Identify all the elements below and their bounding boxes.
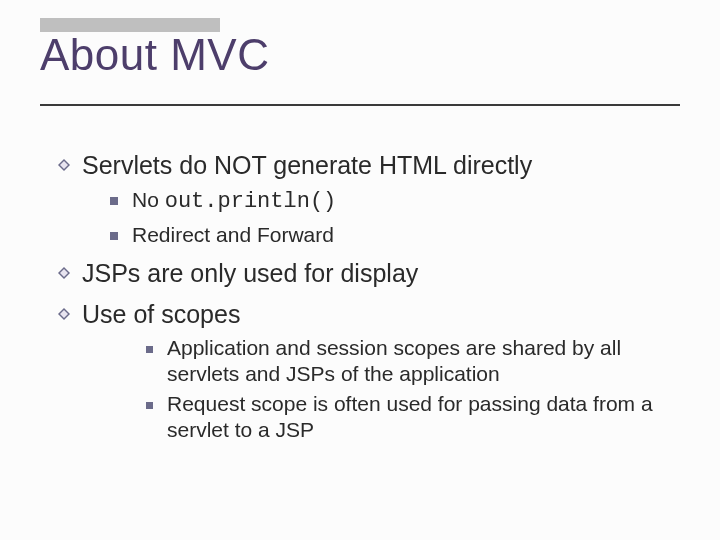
diamond-bullet-icon: [58, 267, 70, 279]
bullet-level2: Application and session scopes are share…: [146, 335, 678, 388]
bullet-level2: No out.println(): [110, 187, 678, 216]
bullet-level1: JSPs are only used for display: [58, 258, 678, 289]
title-underline: [40, 104, 680, 106]
square-bullet-icon: [110, 232, 118, 240]
bullet-level1: Servlets do NOT generate HTML directly: [58, 150, 678, 181]
slide-body: Servlets do NOT generate HTML directly N…: [58, 140, 678, 446]
bullet-text: Application and session scopes are share…: [167, 335, 678, 388]
code-span: out.println(): [165, 189, 337, 214]
bullet-level2: Redirect and Forward: [110, 222, 678, 248]
bullet-text: Redirect and Forward: [132, 222, 678, 248]
bullet-text-pre: No: [132, 188, 165, 211]
diamond-bullet-icon: [58, 159, 70, 171]
bullet-level2: Request scope is often used for passing …: [146, 391, 678, 444]
bullet-text: JSPs are only used for display: [82, 258, 678, 289]
bullet-text: No out.println(): [132, 187, 678, 216]
square-bullet-icon: [110, 197, 118, 205]
diamond-bullet-icon: [58, 308, 70, 320]
square-bullet-icon: [146, 402, 153, 409]
bullet-text: Use of scopes: [82, 299, 678, 330]
square-bullet-icon: [146, 346, 153, 353]
slide-title: About MVC: [40, 30, 269, 80]
bullet-text: Servlets do NOT generate HTML directly: [82, 150, 678, 181]
slide: About MVC Servlets do NOT generate HTML …: [0, 0, 720, 540]
bullet-text: Request scope is often used for passing …: [167, 391, 678, 444]
bullet-level1: Use of scopes: [58, 299, 678, 330]
